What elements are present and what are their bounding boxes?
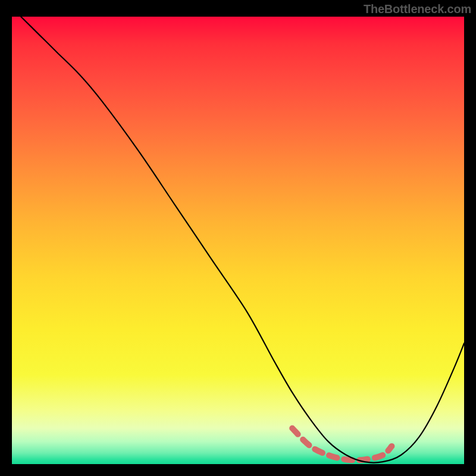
chart-svg — [12, 17, 464, 464]
optimal-range-marker — [292, 428, 392, 461]
watermark-text: TheBottleneck.com — [364, 2, 471, 16]
chart-frame: TheBottleneck.com — [0, 0, 476, 476]
bottleneck-curve-line — [21, 17, 464, 463]
plot-area — [12, 17, 464, 464]
plot-container — [12, 17, 464, 464]
